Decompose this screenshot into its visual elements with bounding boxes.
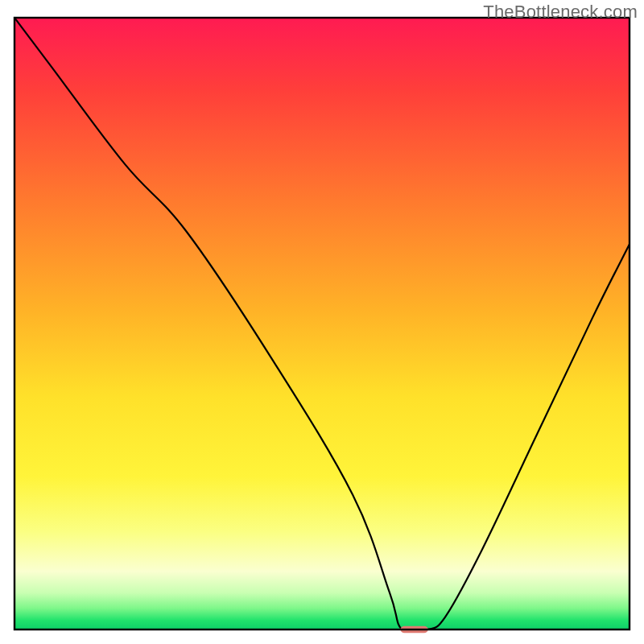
chart-background xyxy=(14,18,630,630)
watermark-text: TheBottleneck.com xyxy=(483,2,638,23)
chart-container: TheBottleneck.com xyxy=(0,0,644,644)
bottleneck-chart xyxy=(0,0,644,644)
